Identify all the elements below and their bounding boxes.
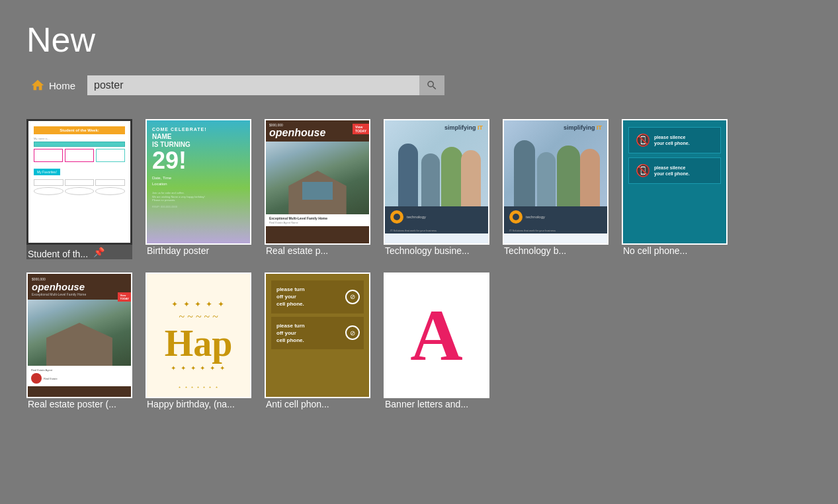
template-thumb-anticell: please turnoff yourcell phone. ⊘ please …	[265, 273, 370, 398]
templates-grid: Student of the Week: My name is... My Fa…	[26, 119, 812, 410]
home-icon	[30, 78, 45, 93]
template-thumb-student: Student of the Week: My name is... My Fa…	[26, 119, 132, 245]
template-thumb-realestate2: $000,000 openhouse Exceptional Multi-Lev…	[26, 273, 132, 398]
template-item-nocell[interactable]: 📵 please silenceyour cell phone. 📵 pleas…	[622, 119, 728, 259]
template-thumb-banner: A	[384, 273, 489, 398]
template-thumb-birthday: COME CELEBRATE! NAMEIS TURNING 29! Date,…	[146, 119, 251, 245]
template-item-anticell[interactable]: please turnoff yourcell phone. ⊘ please …	[265, 273, 370, 410]
template-label-tech2: Technology b...	[503, 245, 567, 256]
template-item-student[interactable]: Student of the Week: My name is... My Fa…	[26, 119, 132, 259]
template-item-tech1[interactable]: simplifying IT technology IT Solutions t…	[384, 119, 489, 259]
search-input[interactable]	[87, 75, 419, 95]
template-thumb-tech1: simplifying IT technology IT Solutions t…	[384, 119, 489, 245]
template-label-student: Student of th...	[26, 249, 89, 259]
search-icon	[426, 79, 438, 91]
home-button[interactable]: Home	[26, 75, 79, 95]
home-label: Home	[49, 80, 75, 91]
template-label-tech1: Technology busine...	[384, 245, 471, 256]
template-item-happybirthday[interactable]: ✦ ✦ ✦ ✦ ✦ ~ ~ ~ ~ ~ Hap ✦ ✦ ✦ ✦ ✦ ✦ ⋆ ⋆ …	[146, 273, 251, 410]
search-button[interactable]	[419, 75, 444, 95]
search-bar: Home	[26, 75, 812, 95]
template-label-nocell: No cell phone...	[622, 245, 689, 256]
template-item-realestate1[interactable]: ViewTODAY $000,000 openhouse Exceptional…	[265, 119, 370, 259]
template-thumb-nocell: 📵 please silenceyour cell phone. 📵 pleas…	[622, 119, 728, 245]
template-item-realestate2[interactable]: $000,000 openhouse Exceptional Multi-Lev…	[26, 273, 132, 410]
template-item-banner[interactable]: A Banner letters and...	[384, 273, 489, 410]
selected-label-row: Student of th... 📌	[26, 245, 132, 259]
template-label-anticell: Anti cell phon...	[265, 399, 331, 409]
template-label-banner: Banner letters and...	[384, 399, 470, 409]
search-input-wrap	[87, 75, 444, 95]
template-thumb-realestate1: ViewTODAY $000,000 openhouse Exceptional…	[265, 119, 370, 245]
template-item-birthday[interactable]: COME CELEBRATE! NAMEIS TURNING 29! Date,…	[146, 119, 251, 259]
template-label-happybirthday: Happy birthday, (na...	[146, 399, 236, 409]
template-label-realestate1: Real estate p...	[265, 245, 329, 256]
template-thumb-happybirthday: ✦ ✦ ✦ ✦ ✦ ~ ~ ~ ~ ~ Hap ✦ ✦ ✦ ✦ ✦ ✦ ⋆ ⋆ …	[146, 273, 251, 398]
pin-icon: 📌	[93, 247, 105, 257]
template-label-realestate2: Real estate poster (...	[26, 399, 118, 409]
template-label-birthday: Birthday poster	[146, 245, 210, 256]
template-thumb-tech2: simplifying IT technology IT Solutions t…	[503, 119, 608, 245]
template-item-tech2[interactable]: simplifying IT technology IT Solutions t…	[503, 119, 608, 259]
page-title: New	[26, 20, 812, 60]
